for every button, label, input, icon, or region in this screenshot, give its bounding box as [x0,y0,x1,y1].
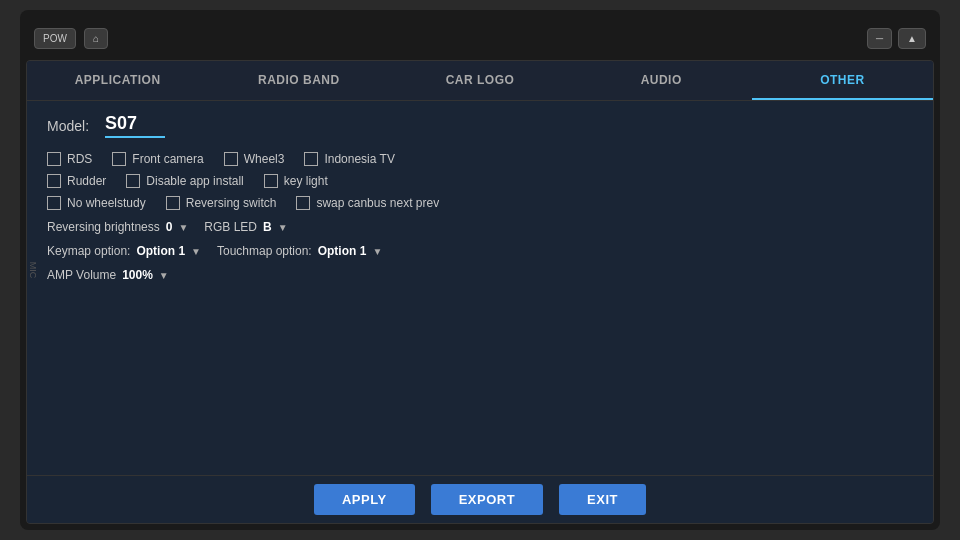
keymap-row: Keymap option: Option 1 ▼ Touchmap optio… [47,244,913,258]
tab-car-logo[interactable]: CAR LOGO [389,61,570,100]
keymap-arrow[interactable]: ▼ [191,246,201,257]
checkbox-indonesia-tv[interactable]: Indonesia TV [304,152,395,166]
checkbox-rds-label: RDS [67,152,92,166]
checkbox-disable-app[interactable]: Disable app install [126,174,243,188]
touchmap-value: Option 1 [318,244,367,258]
checkbox-reversing-switch[interactable]: Reversing switch [166,196,277,210]
tab-radio-band[interactable]: RADIO BAND [208,61,389,100]
rgb-led-value: B [263,220,272,234]
keymap-value: Option 1 [136,244,185,258]
checkbox-rds[interactable]: RDS [47,152,92,166]
checkbox-swap-canbus-label: swap canbus next prev [316,196,439,210]
touchmap-arrow[interactable]: ▼ [372,246,382,257]
keymap-label: Keymap option: [47,244,130,258]
tabs-bar: APPLICATION RADIO BAND CAR LOGO AUDIO OT… [27,61,933,101]
expand-button[interactable]: ▲ [898,28,926,49]
reversing-brightness-value: 0 [166,220,173,234]
checkbox-disable-app-label: Disable app install [146,174,243,188]
model-label: Model: [47,118,89,134]
top-bar: POW ⌂ ─ ▲ [26,16,934,60]
checkbox-front-camera[interactable]: Front camera [112,152,203,166]
checkbox-front-camera-label: Front camera [132,152,203,166]
checkbox-swap-canbus-box[interactable] [296,196,310,210]
model-row: Model: S07 [47,113,913,138]
checkbox-key-light-box[interactable] [264,174,278,188]
content-area: Model: S07 RDS Front camera Wheel3 [27,101,933,475]
touchmap-group: Touchmap option: Option 1 ▼ [217,244,382,258]
checkbox-swap-canbus[interactable]: swap canbus next prev [296,196,439,210]
pow-button[interactable]: POW [34,28,76,49]
checkbox-wheel3[interactable]: Wheel3 [224,152,285,166]
checkbox-reversing-switch-label: Reversing switch [186,196,277,210]
checkbox-disable-app-box[interactable] [126,174,140,188]
main-screen: APPLICATION RADIO BAND CAR LOGO AUDIO OT… [26,60,934,524]
rgb-led-arrow[interactable]: ▼ [278,222,288,233]
tab-other[interactable]: OTHER [752,61,933,100]
checkbox-no-wheelstudy-label: No wheelstudy [67,196,146,210]
checkbox-rudder-box[interactable] [47,174,61,188]
amp-group: AMP Volume 100% ▼ [47,268,169,282]
checkbox-rudder-label: Rudder [67,174,106,188]
bottom-buttons: APPLY EXPORT EXIT [27,475,933,523]
checkbox-wheel3-box[interactable] [224,152,238,166]
checkbox-row-3: No wheelstudy Reversing switch swap canb… [47,196,913,210]
checkbox-no-wheelstudy-box[interactable] [47,196,61,210]
home-icon: ⌂ [93,33,99,44]
minimize-button[interactable]: ─ [867,28,892,49]
reversing-brightness-group: Reversing brightness 0 ▼ [47,220,188,234]
touchmap-label: Touchmap option: [217,244,312,258]
reversing-brightness-label: Reversing brightness [47,220,160,234]
checkbox-indonesia-tv-box[interactable] [304,152,318,166]
checkbox-row-2: Rudder Disable app install key light [47,174,913,188]
exit-button[interactable]: EXIT [559,484,646,515]
checkbox-wheel3-label: Wheel3 [244,152,285,166]
keymap-group: Keymap option: Option 1 ▼ [47,244,201,258]
checkbox-row-1: RDS Front camera Wheel3 Indonesia TV [47,152,913,166]
mic-label: MIC [28,262,38,279]
checkbox-no-wheelstudy[interactable]: No wheelstudy [47,196,146,210]
checkbox-reversing-switch-box[interactable] [166,196,180,210]
reversing-brightness-row: Reversing brightness 0 ▼ RGB LED B ▼ [47,220,913,234]
tab-application[interactable]: APPLICATION [27,61,208,100]
checkbox-front-camera-box[interactable] [112,152,126,166]
model-value: S07 [105,113,165,138]
checkbox-rds-box[interactable] [47,152,61,166]
checkbox-indonesia-tv-label: Indonesia TV [324,152,395,166]
export-button[interactable]: EXPORT [431,484,543,515]
checkboxes-grid: RDS Front camera Wheel3 Indonesia TV [47,152,913,210]
tab-audio[interactable]: AUDIO [571,61,752,100]
amp-label: AMP Volume [47,268,116,282]
device-frame: POW ⌂ ─ ▲ MIC APPLICATION RADIO BAND CAR… [20,10,940,530]
reversing-brightness-arrow[interactable]: ▼ [178,222,188,233]
amp-value: 100% [122,268,153,282]
checkbox-key-light-label: key light [284,174,328,188]
checkbox-key-light[interactable]: key light [264,174,328,188]
rgb-led-label: RGB LED [204,220,257,234]
checkbox-rudder[interactable]: Rudder [47,174,106,188]
rgb-led-group: RGB LED B ▼ [204,220,287,234]
apply-button[interactable]: APPLY [314,484,415,515]
amp-row: AMP Volume 100% ▼ [47,268,913,282]
home-button[interactable]: ⌂ [84,28,108,49]
amp-arrow[interactable]: ▼ [159,270,169,281]
